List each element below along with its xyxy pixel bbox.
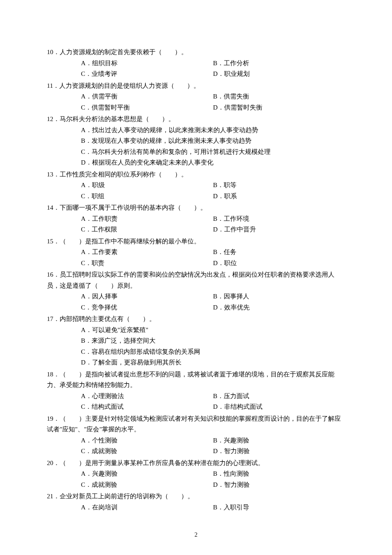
option-d: D．非结构式面试 (213, 402, 345, 413)
question-text: 21．企业对新员工上岗前进行的培训称为（ ）。 (47, 491, 345, 502)
option-a: A．供需平衡 (81, 91, 213, 102)
options-list: A．组织目标 B．工作分析 C．业绩考评 D．职业规划 (81, 58, 345, 80)
page-number: 2 (47, 530, 345, 540)
question-19: 19．（ ）主要是针对特定领域为检测应试者对有关知识和技能的掌握程度而设计的，目… (47, 413, 345, 457)
options-list: A．个性测验 B．兴趣测验 C．成就测验 D．智力测验 (81, 435, 345, 457)
option-a: A．组织目标 (81, 58, 213, 69)
options-list: A．可以避免"近亲繁殖" B．来源广泛，选择空间大 C．容易在组织内部形成错综复… (81, 325, 345, 368)
question-17: 17．内部招聘的主要优点有（ ）。 A．可以避免"近亲繁殖" B．来源广泛，选择… (47, 314, 345, 368)
option-a: A．可以避免"近亲繁殖" (81, 325, 349, 336)
question-text: 19．（ ）主要是针对特定领域为检测应试者对有关知识和技能的掌握程度而设计的，目… (47, 413, 345, 435)
option-a: A．因人择事 (81, 291, 213, 302)
question-12: 12．马尔科夫分析法的基本思想是（ ）。 A．找出过去人事变动的规律，以此来推测… (47, 114, 345, 168)
question-text: 11．人力资源规划的目的是使组织人力资源（ ）。 (47, 81, 345, 92)
option-b: B．工作分析 (213, 58, 345, 69)
options-list: A．心理测验法 B．压力面试 C．结构式面试 D．非结构式面试 (81, 391, 345, 413)
question-text: 15．（ ）是指工作中不能再继续分解的最小单位。 (47, 236, 345, 247)
option-c: C．职组 (81, 191, 213, 202)
question-text: 17．内部招聘的主要优点有（ ）。 (47, 314, 345, 325)
option-a: A．在岗培训 (81, 502, 213, 513)
option-a: A．心理测验法 (81, 391, 213, 402)
question-14: 14．下面哪一项不属于工作说明书的基本内容（ ）。 A．工作职责 B．工作环境 … (47, 202, 345, 235)
options-list: A．因人择事 B．因事择人 C．竞争择优 D．效率优先 (81, 291, 345, 313)
option-d: D．职业规划 (213, 69, 345, 80)
option-c: C．马尔科夫分析法有简单的和复杂的，可用计算机进行大规模处理 (81, 147, 349, 158)
option-c: C．容易在组织内部形成错综复杂的关系网 (81, 347, 349, 358)
option-d: D．供需暂时失衡 (213, 102, 345, 113)
option-b: B．发现现在人事变动的规律，以此来推测未来人事变动趋势 (81, 136, 349, 147)
option-a: A．工作职责 (81, 214, 213, 225)
option-b: B．因事择人 (213, 291, 345, 302)
option-c: C．业绩考评 (81, 69, 213, 80)
options-list: A．职级 B．职等 C．职组 D．职系 (81, 180, 345, 202)
option-b: B．来源广泛，选择空间大 (81, 335, 349, 347)
question-20: 20．（ ）是用于测量从事某种工作所应具备的某种潜在能力的心理测试。 A．兴趣测… (47, 458, 345, 491)
option-b: B．任务 (213, 247, 345, 258)
question-text: 14．下面哪一项不属于工作说明书的基本内容（ ）。 (47, 202, 345, 214)
document-body: 10．人力资源规划的制定首先要依赖于（ ）。 A．组织目标 B．工作分析 C．业… (47, 47, 345, 540)
option-b: B．职等 (213, 180, 345, 191)
options-list: A．工作要素 B．任务 C．职责 D．职位 (81, 247, 345, 269)
question-text: 13．工作性质完全相同的职位系列称作（ ）。 (47, 169, 345, 180)
option-d: D．职系 (213, 191, 345, 202)
option-d: D．工作中晋升 (213, 224, 345, 235)
question-text: 16．员工招聘时应以实际工作的需要和岗位的空缺情况为出发点，根据岗位对任职者的资… (47, 269, 345, 291)
option-a: A．兴趣测验 (81, 468, 213, 480)
option-c: C．成就测验 (81, 446, 213, 457)
question-13: 13．工作性质完全相同的职位系列称作（ ）。 A．职级 B．职等 C．职组 D．… (47, 169, 345, 202)
option-c: C．结构式面试 (81, 402, 213, 413)
option-b: B．性向测验 (213, 468, 345, 480)
options-list: A．找出过去人事变动的规律，以此来推测未来的人事变动趋势 B．发现现在人事变动的… (81, 125, 345, 168)
options-list: A．供需平衡 B．供需失衡 C．供需暂时平衡 D．供需暂时失衡 (81, 91, 345, 113)
question-15: 15．（ ）是指工作中不能再继续分解的最小单位。 A．工作要素 B．任务 C．职… (47, 236, 345, 269)
option-c: C．竞争择优 (81, 302, 213, 313)
option-d: D．了解全面，更容易做到用其所长 (81, 357, 349, 368)
question-10: 10．人力资源规划的制定首先要依赖于（ ）。 A．组织目标 B．工作分析 C．业… (47, 47, 345, 80)
option-d: D．职位 (213, 258, 345, 269)
option-a: A．个性测验 (81, 435, 213, 446)
question-16: 16．员工招聘时应以实际工作的需要和岗位的空缺情况为出发点，根据岗位对任职者的资… (47, 269, 345, 313)
options-list: A．在岗培训 B．入职引导 (81, 502, 345, 513)
options-list: A．工作职责 B．工作环境 C．工作权限 D．工作中晋升 (81, 214, 345, 235)
options-list: A．兴趣测验 B．性向测验 C．成就测验 D．智力测验 (81, 468, 345, 490)
question-11: 11．人力资源规划的目的是使组织人力资源（ ）。 A．供需平衡 B．供需失衡 C… (47, 81, 345, 113)
question-text: 12．马尔科夫分析法的基本思想是（ ）。 (47, 114, 345, 125)
option-b: B．兴趣测验 (213, 435, 345, 446)
option-b: B．工作环境 (213, 214, 345, 225)
option-b: B．压力面试 (213, 391, 345, 402)
option-c: C．供需暂时平衡 (81, 102, 213, 113)
option-d: D．智力测验 (213, 480, 345, 491)
option-c: C．职责 (81, 258, 213, 269)
question-text: 10．人力资源规划的制定首先要依赖于（ ）。 (47, 47, 345, 58)
option-b: B．供需失衡 (213, 91, 345, 102)
option-a: A．工作要素 (81, 247, 213, 258)
option-d: D．智力测验 (213, 446, 345, 457)
option-d: D．根据现在人员的变化来确定未来的人事变化 (81, 157, 349, 168)
question-21: 21．企业对新员工上岗前进行的培训称为（ ）。 A．在岗培训 B．入职引导 (47, 491, 345, 513)
option-c: C．成就测验 (81, 480, 213, 491)
option-b: B．入职引导 (213, 502, 345, 513)
question-18: 18．（ ）是指向被试者提出意想不到的问题，或将被试者置于难堪的境地，目的在于观… (47, 369, 345, 413)
option-c: C．工作权限 (81, 224, 213, 235)
question-text: 18．（ ）是指向被试者提出意想不到的问题，或将被试者置于难堪的境地，目的在于观… (47, 369, 345, 391)
option-d: D．效率优先 (213, 302, 345, 313)
option-a: A．职级 (81, 180, 213, 191)
question-text: 20．（ ）是用于测量从事某种工作所应具备的某种潜在能力的心理测试。 (47, 458, 345, 469)
option-a: A．找出过去人事变动的规律，以此来推测未来的人事变动趋势 (81, 125, 349, 136)
